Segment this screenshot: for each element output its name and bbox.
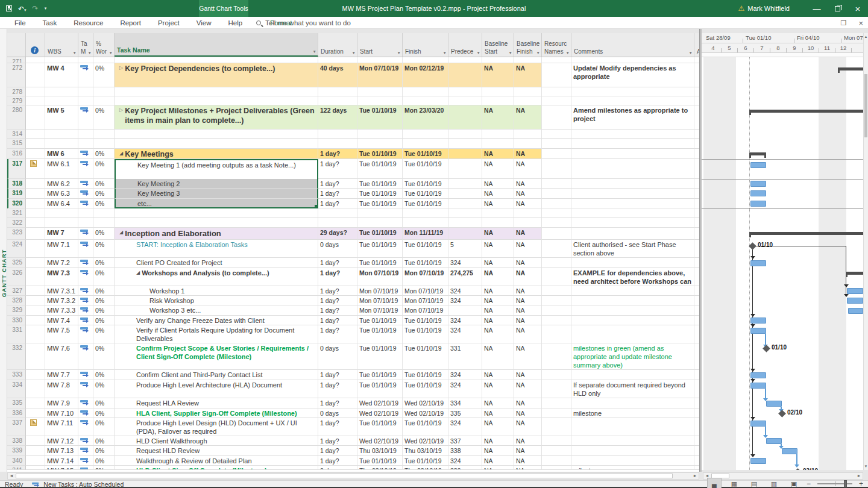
cell-task-mode[interactable] <box>78 130 93 139</box>
cell-baseline-start[interactable] <box>482 96 514 105</box>
cell-start[interactable]: Tue 01/10/19 <box>357 418 403 436</box>
cell-duration[interactable]: 1 day? <box>318 436 357 446</box>
cell-baseline-finish[interactable]: NA <box>514 63 542 87</box>
cell-resource-names[interactable] <box>542 199 571 208</box>
cell-task-name[interactable]: Request HLA Review <box>115 398 318 408</box>
cell-baseline-start[interactable]: NA <box>482 316 514 325</box>
cell-baseline-finish[interactable]: NA <box>514 380 542 398</box>
row-number[interactable]: 318 <box>7 179 26 189</box>
cell-comments[interactable]: Amend milestones as appropriate to proje… <box>571 105 694 130</box>
cell-comments[interactable] <box>571 139 694 149</box>
cell-finish[interactable]: Tue 01/10/19 <box>403 316 448 325</box>
cell-comments[interactable]: Client authorised - see Start Phase sect… <box>571 240 694 258</box>
cell-comments[interactable] <box>571 316 694 325</box>
cell-task-name[interactable]: Produce High Level Architecture (HLA) Do… <box>115 380 318 398</box>
task-bar[interactable] <box>750 190 766 196</box>
row-number[interactable]: 340 <box>7 456 26 466</box>
task-bar[interactable] <box>782 448 797 454</box>
scroll-up-icon[interactable]: ▲ <box>864 33 868 40</box>
cell-predecessors[interactable] <box>448 139 482 149</box>
cell-resource-names[interactable] <box>542 398 571 408</box>
filter-icon[interactable]: ▼ <box>443 51 447 55</box>
zoom-out-button[interactable]: − <box>807 480 811 488</box>
cell-baseline-finish[interactable]: NA <box>514 418 542 436</box>
cell-baseline-finish[interactable]: NA <box>514 159 542 179</box>
cell-comments[interactable] <box>571 130 694 139</box>
ribbon-tab-report[interactable]: Report <box>112 19 149 27</box>
cell-wbs[interactable] <box>45 139 78 149</box>
cell-duration[interactable]: 1 day? <box>318 286 357 296</box>
cell-finish[interactable]: Tue 01/10/19 <box>403 418 448 436</box>
info-cell[interactable] <box>26 343 45 370</box>
cell-baseline-finish[interactable]: NA <box>514 286 542 296</box>
cell-comments[interactable] <box>571 286 694 296</box>
cell-baseline-finish[interactable]: NA <box>514 228 542 240</box>
cell-finish[interactable]: Tue 01/10/19 <box>403 240 448 258</box>
cell-predecessors[interactable] <box>448 63 482 87</box>
undo-button[interactable]: ↶▾ <box>18 3 27 14</box>
cell-task-mode[interactable] <box>78 159 93 179</box>
cell-comments[interactable] <box>571 398 694 408</box>
cell-wbs[interactable]: MW 7.11 <box>45 418 78 436</box>
cell-resource-names[interactable] <box>542 189 571 199</box>
cell-wbs[interactable]: MW 7.6 <box>45 343 78 370</box>
cell-baseline-finish[interactable]: NA <box>514 370 542 380</box>
cell-duration[interactable]: 1 day? <box>318 456 357 466</box>
ribbon-restore-icon[interactable]: ❒ <box>841 19 847 27</box>
cell-wbs[interactable]: MW 6 <box>45 149 78 159</box>
row-number[interactable]: 316 <box>7 149 26 159</box>
expand-triangle-icon[interactable]: ▷ <box>119 106 123 114</box>
cell-predecessors[interactable]: 324 <box>448 286 482 296</box>
cell-finish[interactable]: Wed 02/10/19 <box>403 398 448 408</box>
row-number[interactable]: 280 <box>7 105 26 130</box>
info-cell[interactable] <box>26 228 45 240</box>
cell-baseline-finish[interactable] <box>514 87 542 96</box>
row-number[interactable]: 323 <box>7 228 26 240</box>
cell-baseline-start[interactable]: NA <box>482 370 514 380</box>
cell-comments[interactable] <box>571 149 694 159</box>
ribbon-tab-file[interactable]: File <box>6 19 34 27</box>
header-resource-names[interactable]: ResourcNames▼ <box>542 33 571 57</box>
cell-resource-names[interactable] <box>542 159 571 179</box>
cell-predecessors[interactable]: 331 <box>448 343 482 370</box>
cell-pct-work[interactable]: 0% <box>93 199 115 208</box>
cell-task-mode[interactable] <box>78 228 93 240</box>
cell-task-name[interactable]: Request HLD Review <box>115 446 318 456</box>
cell-wbs[interactable]: MW 7.3.3 <box>45 305 78 316</box>
ribbon-tab-help[interactable]: Help <box>219 19 251 27</box>
cell-baseline-finish[interactable] <box>514 96 542 105</box>
cell-task-name[interactable]: START: Inception & Elaboration Tasks <box>115 240 318 258</box>
collapse-triangle-icon[interactable]: ◢ <box>136 269 140 277</box>
cell-resource-names[interactable] <box>542 343 571 370</box>
cell-pct-work[interactable]: 0% <box>93 149 115 159</box>
cell-comments[interactable] <box>571 296 694 305</box>
cell-start[interactable]: Mon 07/10/19 <box>357 296 403 305</box>
cell-comments[interactable] <box>571 456 694 466</box>
cell-resource-names[interactable] <box>542 286 571 296</box>
cell-comments[interactable]: If separate document required beyond HLD… <box>571 380 694 398</box>
cell-baseline-start[interactable]: NA <box>482 418 514 436</box>
scroll-down-icon[interactable]: ▼ <box>864 463 868 470</box>
view-task-usage-button[interactable]: ▦ <box>727 478 741 488</box>
table-hscroll-thumb[interactable] <box>16 474 673 478</box>
cell-start[interactable] <box>357 96 403 105</box>
table-horizontal-scrollbar[interactable]: ◄ ► <box>7 472 699 480</box>
row-number[interactable]: 320 <box>7 199 26 208</box>
row-number[interactable]: 322 <box>7 218 26 228</box>
cell-task-mode[interactable] <box>78 418 93 436</box>
cell-finish[interactable]: Mon 07/10/19 <box>403 296 448 305</box>
cell-task-name[interactable]: HLD Client Walkthrough <box>115 436 318 446</box>
cell-baseline-finish[interactable]: NA <box>514 296 542 305</box>
cell-baseline-finish[interactable]: NA <box>514 268 542 286</box>
cell-task-name[interactable]: Workshop 1 <box>115 286 318 296</box>
cell-task-name[interactable] <box>115 218 318 228</box>
cell-task-name[interactable]: Walkthrough & Review of Detailed Plan <box>115 456 318 466</box>
cell-duration[interactable] <box>318 208 357 218</box>
filter-icon[interactable]: ▼ <box>689 51 693 55</box>
cell-start[interactable]: Mon 07/10/19 <box>357 305 403 316</box>
cell-task-name[interactable]: etc... <box>115 199 318 208</box>
cell-task-name[interactable]: Key Meeting 3 <box>115 189 318 199</box>
cell-wbs[interactable] <box>45 57 78 63</box>
cell-start[interactable]: Tue 01/10/19 <box>357 456 403 466</box>
close-button[interactable]: × <box>848 0 868 17</box>
